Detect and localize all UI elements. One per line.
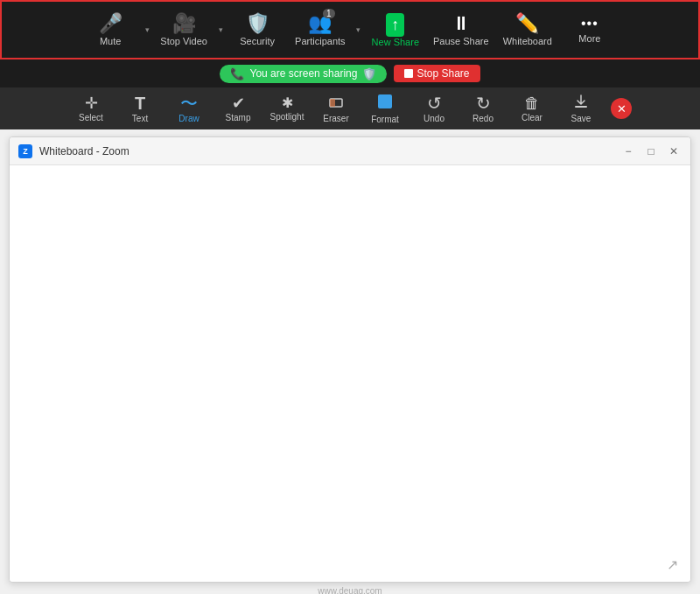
svg-rect-1 (330, 99, 335, 107)
mute-arrow[interactable]: ▾ (141, 3, 153, 56)
draw-tool[interactable]: 〜 Draw (166, 90, 212, 127)
top-toolbar: 🎤 Mute ▾ 🎥 Stop Video ▾ 🛡️ Security 1 👥 … (0, 0, 700, 59)
video-icon: 🎥 (172, 14, 196, 33)
undo-label: Undo (424, 114, 444, 123)
security-label: Security (240, 36, 275, 46)
stop-video-label: Stop Video (160, 36, 207, 46)
text-label: Text (132, 114, 148, 123)
undo-icon: ↺ (427, 94, 442, 112)
select-tool[interactable]: ✛ Select (68, 90, 114, 127)
video-arrow[interactable]: ▾ (214, 3, 227, 56)
stop-share-label: Stop Share (416, 67, 469, 80)
security-button[interactable]: 🛡️ Security (227, 3, 288, 56)
whiteboard-toolbar: ✛ Select T Text 〜 Draw ✔ Stamp ✱ Spotlig… (0, 87, 700, 129)
clear-tool[interactable]: 🗑 Clear (509, 90, 555, 127)
redo-tool[interactable]: ↻ Redo (460, 90, 506, 127)
save-icon (573, 94, 589, 112)
format-tool[interactable]: Format (362, 90, 408, 127)
new-share-label: New Share (372, 37, 419, 47)
minimize-button[interactable]: − (620, 143, 636, 159)
mute-label: Mute (100, 36, 121, 46)
close-button[interactable]: ✕ (666, 143, 682, 159)
new-share-button[interactable]: ↑ New Share (365, 3, 426, 56)
redo-label: Redo (472, 114, 494, 123)
participants-button[interactable]: 1 👥 Participants (288, 3, 352, 56)
mute-icon: 🎤 (99, 14, 122, 33)
phone-icon: 📞 (230, 67, 244, 80)
stamp-tool[interactable]: ✔ Stamp (215, 90, 261, 127)
maximize-button[interactable]: □ (643, 143, 659, 159)
svg-rect-2 (378, 94, 392, 108)
wb-titlebar: Z Whiteboard - Zoom − □ ✕ (10, 137, 690, 165)
save-label: Save (571, 114, 592, 123)
shield-check-icon: 🛡️ (362, 67, 376, 80)
pause-share-button[interactable]: ⏸ Pause Share (426, 3, 496, 56)
spotlight-icon: ✱ (282, 96, 293, 110)
eraser-label: Eraser (323, 114, 348, 123)
clear-icon: 🗑 (524, 95, 540, 111)
save-tool[interactable]: Save (558, 90, 604, 127)
wb-close-icon: ✕ (617, 102, 626, 115)
redo-icon: ↻ (476, 94, 491, 112)
undo-tool[interactable]: ↺ Undo (411, 90, 457, 127)
security-icon: 🛡️ (246, 14, 270, 33)
watermark: www.deuaq.com (0, 586, 700, 594)
spotlight-tool[interactable]: ✱ Spotlight (264, 90, 310, 127)
pause-share-icon: ⏸ (452, 14, 471, 33)
eraser-icon (328, 94, 344, 112)
more-icon: ••• (581, 17, 598, 31)
eraser-tool[interactable]: Eraser (313, 90, 359, 127)
stop-square-icon (404, 69, 413, 78)
more-label: More (578, 33, 600, 44)
participants-label: Participants (295, 36, 345, 46)
stamp-label: Stamp (226, 113, 251, 122)
sharing-status: 📞 You are screen sharing 🛡️ (220, 65, 387, 83)
draw-label: Draw (178, 114, 199, 123)
mute-button[interactable]: 🎤 Mute (80, 3, 141, 56)
stop-share-button[interactable]: Stop Share (394, 65, 480, 82)
stamp-icon: ✔ (232, 95, 245, 111)
whiteboard-icon: ✏️ (515, 14, 539, 33)
text-icon: T (135, 94, 145, 112)
stop-video-button[interactable]: 🎥 Stop Video (153, 3, 214, 56)
pause-share-label: Pause Share (433, 36, 489, 46)
wb-title: Whiteboard - Zoom (39, 145, 613, 157)
participants-arrow[interactable]: ▾ (353, 3, 365, 56)
whiteboard-window: Z Whiteboard - Zoom − □ ✕ ↗ (9, 136, 691, 583)
svg-rect-3 (575, 106, 587, 108)
screen-share-bar: 📞 You are screen sharing 🛡️ Stop Share (0, 59, 700, 87)
select-label: Select (79, 113, 103, 122)
new-share-icon: ↑ (386, 13, 404, 37)
whiteboard-canvas[interactable] (10, 165, 690, 582)
more-button[interactable]: ••• More (559, 3, 620, 56)
format-icon (376, 93, 394, 113)
wb-app-icon: Z (18, 144, 32, 158)
text-tool[interactable]: T Text (117, 90, 163, 127)
select-icon: ✛ (85, 95, 98, 111)
format-label: Format (371, 115, 399, 124)
sharing-status-text: You are screen sharing (249, 67, 357, 80)
whiteboard-button[interactable]: ✏️ Whiteboard (496, 3, 559, 56)
wb-toolbar-close-button[interactable]: ✕ (611, 98, 632, 119)
participants-badge: 1 (323, 9, 335, 18)
draw-icon: 〜 (180, 94, 198, 112)
corner-resize-icon[interactable]: ↗ (667, 556, 678, 573)
whiteboard-label: Whiteboard (503, 36, 552, 46)
window-controls: − □ ✕ (620, 143, 682, 159)
spotlight-label: Spotlight (270, 112, 304, 122)
clear-label: Clear (522, 113, 542, 122)
